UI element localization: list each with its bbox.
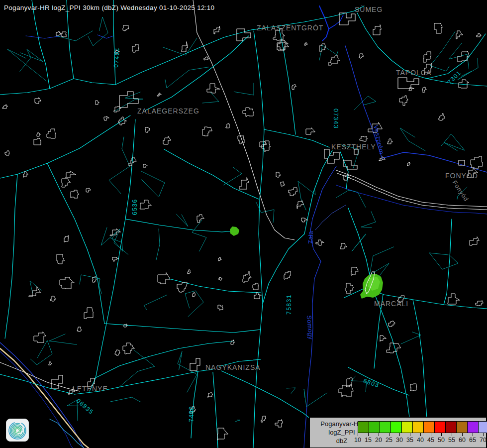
settlement-outline	[328, 56, 340, 65]
settlement-outline	[448, 294, 460, 304]
minor-road-line	[178, 351, 197, 392]
minor-road-line	[88, 17, 108, 46]
settlement-outline	[284, 271, 291, 279]
settlement-outline	[316, 240, 324, 245]
settlement-outline	[409, 88, 414, 91]
settlement-outline	[66, 171, 76, 178]
settlement-outline	[47, 129, 55, 138]
settlement-outline	[306, 128, 315, 134]
settlement-outline	[388, 139, 392, 144]
settlement-outline	[35, 98, 41, 104]
road-number-75831: 75831	[286, 294, 292, 315]
road-number-7490: 7490	[188, 406, 195, 422]
settlement-outline	[2, 105, 7, 109]
settlement-outline	[276, 172, 281, 177]
water-line	[26, 36, 62, 38]
legend-tick-mark	[410, 433, 410, 436]
settlement-outline	[214, 26, 220, 34]
settlement-outline	[373, 25, 381, 35]
road-line	[0, 115, 130, 178]
road-line	[279, 26, 295, 134]
settlement-outline	[231, 340, 234, 344]
minor-road-line	[176, 214, 188, 226]
settlement-outline	[360, 136, 367, 141]
legend-tick-mark	[431, 433, 431, 436]
settlement-outline	[340, 243, 347, 249]
settlement-outline	[86, 188, 91, 192]
legend-tick-label: 55	[448, 437, 455, 444]
minor-road-line	[20, 49, 43, 71]
legend-color-cell	[456, 421, 468, 433]
settlement-outline	[218, 305, 223, 310]
spiral-icon	[6, 419, 29, 442]
settlement-outline	[34, 138, 41, 145]
settlement-outline	[261, 416, 266, 422]
radar-echo-small	[230, 226, 239, 236]
settlement-outline	[351, 267, 358, 275]
legend-tick-mark	[358, 433, 358, 436]
settlement-outline	[34, 332, 46, 342]
settlement-outline	[434, 23, 442, 33]
road-line	[164, 149, 259, 199]
road-line	[169, 279, 261, 293]
minor-road-line	[118, 350, 155, 388]
settlement-outline	[292, 85, 296, 90]
town-label-fonyod: FONYÓD	[445, 172, 478, 180]
spiral-icon-stroke	[11, 425, 23, 437]
legend-tick-mark	[368, 433, 369, 436]
settlement-outline	[218, 257, 221, 261]
minor-road-line	[7, 49, 46, 81]
water-line	[310, 166, 336, 261]
road-number-6536: 6536	[131, 199, 138, 215]
settlement-outline	[319, 44, 326, 51]
minor-road-line	[361, 212, 376, 227]
settlement-outline	[118, 117, 126, 125]
settlement-outline	[177, 282, 187, 292]
legend-color-cell	[390, 421, 402, 433]
legend-tick-mark	[441, 433, 442, 436]
settlement-outline	[143, 164, 147, 167]
legend-tick-label: 65	[469, 437, 476, 444]
settlement-outline	[456, 31, 463, 39]
road-line	[263, 234, 304, 304]
settlement-outline	[204, 57, 208, 60]
town-label-letenye: LETENYE	[73, 385, 108, 393]
legend-tick-mark	[483, 433, 484, 436]
town-label-tapolca: TAPOLCA	[396, 69, 431, 77]
settlement-outline	[458, 51, 469, 62]
legend-tick-label: 35	[406, 437, 413, 444]
main-road-white	[197, 33, 294, 240]
water-line	[329, 15, 343, 29]
settlement-outline	[163, 136, 171, 144]
settlement-outline	[5, 151, 9, 155]
legend-tick-mark	[462, 433, 463, 436]
town-label-zalaszentgrot: ZALASZENTGRÓT	[257, 24, 323, 32]
town-label-sumeg: SÜMEG	[355, 5, 383, 13]
minor-road-line	[192, 220, 206, 251]
settlement-outline	[62, 179, 70, 187]
settlement-outline	[301, 218, 307, 222]
settlement-outline	[158, 273, 170, 284]
legend-color-cell	[434, 421, 446, 433]
minor-road-line	[400, 128, 425, 151]
settlement-outline	[226, 123, 229, 128]
settlement-outline	[123, 343, 134, 354]
radar-map-canvas	[0, 0, 487, 448]
settlement-outline	[422, 87, 426, 93]
settlement-outline	[254, 293, 261, 299]
settlement-outline	[359, 54, 364, 58]
town-label-zalaegerszeg: ZALAEGERSZEG	[137, 107, 199, 115]
legend-tick-label: 25	[386, 437, 392, 444]
settlement-outline	[207, 393, 212, 397]
legend-color-cell	[412, 421, 424, 433]
settlement-outline	[145, 127, 150, 132]
minor-road-line	[101, 227, 128, 254]
settlement-outline	[56, 31, 61, 35]
legend-tick-label: 45	[427, 437, 434, 444]
legend: Poganyvar-HR logZ_PPI dbZ 10152025303540…	[309, 417, 487, 448]
settlement-outline	[407, 162, 410, 166]
radar-provider-logo[interactable]	[6, 419, 29, 442]
minor-road-line	[441, 134, 465, 151]
river-label-zala: Zala	[307, 231, 314, 244]
road-line	[125, 219, 235, 232]
